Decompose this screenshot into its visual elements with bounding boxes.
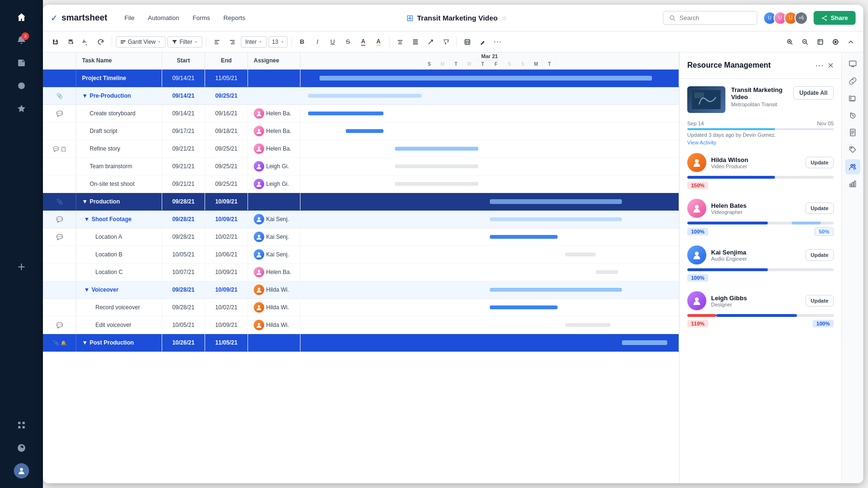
sidebar-favorites-icon[interactable] (12, 99, 31, 118)
task-name-cell: Create storyboard (76, 105, 162, 122)
font-size-select[interactable]: 13 (269, 36, 287, 48)
right-icon-copy[interactable] (845, 91, 860, 106)
task-name-cell: Team brainstorm (76, 158, 162, 175)
comment-icon: 💬 (56, 111, 63, 117)
svg-rect-1 (22, 422, 25, 424)
toolbar-zoom-out-btn[interactable] (798, 35, 812, 49)
toolbar-save-btn[interactable] (49, 35, 62, 49)
table-row: 💬 Create storyboard 09/14/21 09/16/21 He… (43, 105, 679, 122)
collapse-icon[interactable]: ▼ (84, 216, 90, 223)
font-select[interactable]: Inter (241, 36, 267, 48)
panel-menu-btn[interactable]: ⋯ (815, 60, 824, 71)
date-end: Nov 05 (817, 121, 834, 126)
svg-point-38 (258, 305, 260, 308)
assignee-avatar (254, 249, 264, 260)
nav-file[interactable]: File (119, 11, 140, 24)
right-icon-resource-management[interactable] (845, 159, 860, 174)
row-icons-cell: 📎 (43, 87, 76, 104)
toolbar-zoom-in-btn[interactable] (783, 35, 796, 49)
assignee-cell: Hilda Wi. (248, 281, 300, 298)
resource-avatar-helen (687, 199, 706, 218)
right-icon-link[interactable] (845, 73, 860, 89)
gantt-view-select[interactable]: Gantt View (116, 36, 165, 48)
toolbar-underline-btn[interactable]: U (326, 35, 340, 49)
user-avatar[interactable] (14, 463, 29, 478)
toolbar-bg-color-btn[interactable]: A (372, 35, 385, 49)
day-f: F (490, 61, 503, 68)
resource-avatar-leigh (687, 291, 706, 310)
toolbar-italic-btn[interactable]: I (311, 35, 324, 49)
toolbar-bold-btn[interactable]: B (296, 35, 309, 49)
toolbar-align-center-btn[interactable] (393, 35, 407, 49)
collapse-icon[interactable]: ▼ (82, 198, 88, 205)
toolbar-align-right-btn[interactable] (226, 35, 239, 49)
toolbar-align-left-btn[interactable] (210, 35, 224, 49)
toolbar-row-height-btn[interactable] (409, 35, 422, 49)
end-cell: 10/06/21 (205, 246, 248, 263)
update-all-button[interactable]: Update All (793, 86, 834, 100)
right-icon-chart[interactable] (845, 176, 860, 192)
nav-automation[interactable]: Automation (142, 11, 185, 24)
right-icon-document[interactable] (845, 125, 860, 140)
usage-fill-leigh-gray (797, 314, 834, 317)
right-icon-history[interactable] (845, 108, 860, 123)
toolbar-clear-btn[interactable] (424, 35, 437, 49)
toolbar-table-btn[interactable] (461, 35, 474, 49)
sidebar-home-icon[interactable] (12, 8, 31, 27)
toolbar-more-btn[interactable]: ··· (491, 35, 505, 49)
star-icon[interactable]: ☆ (501, 14, 507, 22)
collapse-icon[interactable]: ▼ (84, 286, 90, 293)
toolbar-print-btn[interactable] (64, 35, 77, 49)
sidebar-recent-icon[interactable] (12, 76, 31, 95)
table-row: Location C 10/07/21 10/09/21 Helen Ba. (43, 264, 679, 281)
toolbar-collapse-btn[interactable] (844, 35, 858, 49)
update-button-leigh[interactable]: Update (806, 295, 834, 306)
nav-reports[interactable]: Reports (218, 11, 251, 24)
start-cell: 10/05/21 (162, 316, 205, 334)
view-activity-link[interactable]: View Activity (687, 140, 834, 145)
search-input[interactable] (680, 14, 751, 21)
toolbar-highlight-btn[interactable] (476, 35, 489, 49)
project-thumbnail (687, 86, 725, 113)
svg-point-43 (695, 205, 699, 209)
collapse-icon[interactable]: ▼ (82, 339, 88, 346)
start-cell: 09/14/21 (162, 105, 205, 122)
search-box[interactable] (663, 11, 757, 25)
end-cell: 09/25/21 (205, 140, 248, 157)
sidebar-notifications-icon[interactable]: 3 (12, 30, 31, 50)
gantt-cell (300, 316, 679, 334)
nav-forms[interactable]: Forms (187, 11, 216, 24)
update-button-hilda[interactable]: Update (806, 157, 834, 168)
resource-panel-body: Transit Marketing Video Metropolitan Tra… (680, 79, 841, 483)
sidebar-help-icon[interactable] (12, 438, 31, 458)
toolbar-redo-btn[interactable] (94, 35, 108, 49)
sidebar-files-icon[interactable] (12, 53, 31, 72)
share-button[interactable]: Share (814, 11, 856, 25)
toolbar-text-color-btn[interactable]: A (357, 35, 370, 49)
sidebar-add-icon[interactable] (12, 257, 31, 276)
gantt-cell (300, 211, 679, 228)
filter-select[interactable]: Filter (167, 36, 202, 48)
assignee-cell: Kai Senj. (248, 246, 300, 263)
update-button-helen[interactable]: Update (806, 203, 834, 214)
usage-fill-kai-1 (687, 268, 768, 271)
row-icons-cell: 📎 🔔 (43, 334, 76, 351)
table-row: 📎 ▼Pre-Production 09/14/21 09/25/21 (43, 87, 679, 105)
usage-bar-kai (687, 268, 834, 271)
sidebar-grid-icon[interactable] (12, 416, 31, 435)
gantt-bar (596, 270, 619, 274)
toolbar-fit-btn[interactable] (814, 35, 827, 49)
toolbar-format-btn[interactable] (439, 35, 453, 49)
row-icons-cell: 💬 (43, 211, 76, 228)
toolbar-strikethrough-btn[interactable]: S (341, 35, 355, 49)
collapse-icon[interactable]: ▼ (82, 92, 88, 99)
resource-info: Hilda Wilson Video Producer (687, 153, 748, 172)
right-icon-monitor[interactable] (845, 56, 860, 71)
right-icon-tag[interactable] (845, 142, 860, 157)
toolbar-settings-btn[interactable] (829, 35, 842, 49)
toolbar-undo-btn[interactable] (79, 35, 93, 49)
panel-close-btn[interactable]: ✕ (827, 61, 834, 70)
gantt-cell (300, 122, 679, 140)
update-button-kai[interactable]: Update (806, 249, 834, 261)
assignee-avatar (254, 214, 264, 224)
